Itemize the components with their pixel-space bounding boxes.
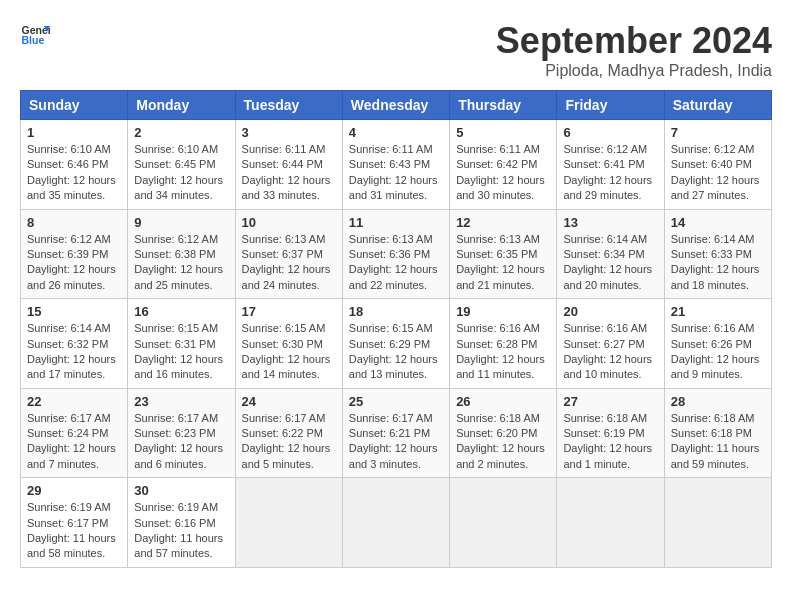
calendar-day-cell: 16Sunrise: 6:15 AM Sunset: 6:31 PM Dayli…: [128, 299, 235, 389]
day-info: Sunrise: 6:11 AM Sunset: 6:42 PM Dayligh…: [456, 142, 550, 204]
day-number: 4: [349, 125, 443, 140]
day-number: 11: [349, 215, 443, 230]
day-number: 10: [242, 215, 336, 230]
day-info: Sunrise: 6:13 AM Sunset: 6:36 PM Dayligh…: [349, 232, 443, 294]
logo-icon: General Blue: [20, 20, 50, 50]
day-info: Sunrise: 6:16 AM Sunset: 6:27 PM Dayligh…: [563, 321, 657, 383]
day-number: 20: [563, 304, 657, 319]
weekday-header-cell: Thursday: [450, 91, 557, 120]
calendar-day-cell: [557, 478, 664, 568]
day-info: Sunrise: 6:16 AM Sunset: 6:26 PM Dayligh…: [671, 321, 765, 383]
weekday-header-cell: Friday: [557, 91, 664, 120]
location: Piploda, Madhya Pradesh, India: [496, 62, 772, 80]
calendar-day-cell: 27Sunrise: 6:18 AM Sunset: 6:19 PM Dayli…: [557, 388, 664, 478]
day-number: 18: [349, 304, 443, 319]
day-number: 24: [242, 394, 336, 409]
day-info: Sunrise: 6:18 AM Sunset: 6:18 PM Dayligh…: [671, 411, 765, 473]
calendar-day-cell: 5Sunrise: 6:11 AM Sunset: 6:42 PM Daylig…: [450, 120, 557, 210]
calendar-day-cell: 23Sunrise: 6:17 AM Sunset: 6:23 PM Dayli…: [128, 388, 235, 478]
calendar-week-row: 15Sunrise: 6:14 AM Sunset: 6:32 PM Dayli…: [21, 299, 772, 389]
calendar-day-cell: 29Sunrise: 6:19 AM Sunset: 6:17 PM Dayli…: [21, 478, 128, 568]
calendar-day-cell: 19Sunrise: 6:16 AM Sunset: 6:28 PM Dayli…: [450, 299, 557, 389]
day-info: Sunrise: 6:18 AM Sunset: 6:20 PM Dayligh…: [456, 411, 550, 473]
day-info: Sunrise: 6:16 AM Sunset: 6:28 PM Dayligh…: [456, 321, 550, 383]
day-number: 27: [563, 394, 657, 409]
day-info: Sunrise: 6:18 AM Sunset: 6:19 PM Dayligh…: [563, 411, 657, 473]
day-info: Sunrise: 6:17 AM Sunset: 6:24 PM Dayligh…: [27, 411, 121, 473]
calendar-day-cell: 14Sunrise: 6:14 AM Sunset: 6:33 PM Dayli…: [664, 209, 771, 299]
day-number: 15: [27, 304, 121, 319]
day-number: 29: [27, 483, 121, 498]
day-info: Sunrise: 6:12 AM Sunset: 6:41 PM Dayligh…: [563, 142, 657, 204]
calendar-day-cell: 11Sunrise: 6:13 AM Sunset: 6:36 PM Dayli…: [342, 209, 449, 299]
month-title: September 2024: [496, 20, 772, 62]
calendar-day-cell: [235, 478, 342, 568]
calendar-day-cell: 24Sunrise: 6:17 AM Sunset: 6:22 PM Dayli…: [235, 388, 342, 478]
day-info: Sunrise: 6:19 AM Sunset: 6:17 PM Dayligh…: [27, 500, 121, 562]
calendar-day-cell: 26Sunrise: 6:18 AM Sunset: 6:20 PM Dayli…: [450, 388, 557, 478]
day-info: Sunrise: 6:14 AM Sunset: 6:34 PM Dayligh…: [563, 232, 657, 294]
calendar-day-cell: 12Sunrise: 6:13 AM Sunset: 6:35 PM Dayli…: [450, 209, 557, 299]
day-info: Sunrise: 6:15 AM Sunset: 6:29 PM Dayligh…: [349, 321, 443, 383]
day-info: Sunrise: 6:13 AM Sunset: 6:35 PM Dayligh…: [456, 232, 550, 294]
day-number: 7: [671, 125, 765, 140]
calendar-week-row: 1Sunrise: 6:10 AM Sunset: 6:46 PM Daylig…: [21, 120, 772, 210]
day-number: 12: [456, 215, 550, 230]
day-number: 16: [134, 304, 228, 319]
calendar-day-cell: 20Sunrise: 6:16 AM Sunset: 6:27 PM Dayli…: [557, 299, 664, 389]
day-number: 9: [134, 215, 228, 230]
logo: General Blue: [20, 20, 50, 50]
day-info: Sunrise: 6:11 AM Sunset: 6:44 PM Dayligh…: [242, 142, 336, 204]
calendar-day-cell: [342, 478, 449, 568]
calendar-day-cell: 6Sunrise: 6:12 AM Sunset: 6:41 PM Daylig…: [557, 120, 664, 210]
calendar-week-row: 29Sunrise: 6:19 AM Sunset: 6:17 PM Dayli…: [21, 478, 772, 568]
day-info: Sunrise: 6:19 AM Sunset: 6:16 PM Dayligh…: [134, 500, 228, 562]
day-info: Sunrise: 6:14 AM Sunset: 6:32 PM Dayligh…: [27, 321, 121, 383]
day-info: Sunrise: 6:12 AM Sunset: 6:39 PM Dayligh…: [27, 232, 121, 294]
day-info: Sunrise: 6:10 AM Sunset: 6:45 PM Dayligh…: [134, 142, 228, 204]
calendar-day-cell: 1Sunrise: 6:10 AM Sunset: 6:46 PM Daylig…: [21, 120, 128, 210]
calendar-day-cell: 30Sunrise: 6:19 AM Sunset: 6:16 PM Dayli…: [128, 478, 235, 568]
calendar-day-cell: 8Sunrise: 6:12 AM Sunset: 6:39 PM Daylig…: [21, 209, 128, 299]
day-info: Sunrise: 6:12 AM Sunset: 6:38 PM Dayligh…: [134, 232, 228, 294]
calendar-day-cell: 22Sunrise: 6:17 AM Sunset: 6:24 PM Dayli…: [21, 388, 128, 478]
calendar-table: SundayMondayTuesdayWednesdayThursdayFrid…: [20, 90, 772, 568]
day-number: 21: [671, 304, 765, 319]
day-number: 6: [563, 125, 657, 140]
day-info: Sunrise: 6:13 AM Sunset: 6:37 PM Dayligh…: [242, 232, 336, 294]
day-number: 30: [134, 483, 228, 498]
title-block: September 2024 Piploda, Madhya Pradesh, …: [496, 20, 772, 80]
calendar-day-cell: 18Sunrise: 6:15 AM Sunset: 6:29 PM Dayli…: [342, 299, 449, 389]
day-info: Sunrise: 6:15 AM Sunset: 6:31 PM Dayligh…: [134, 321, 228, 383]
day-number: 25: [349, 394, 443, 409]
calendar-day-cell: 2Sunrise: 6:10 AM Sunset: 6:45 PM Daylig…: [128, 120, 235, 210]
day-number: 28: [671, 394, 765, 409]
svg-text:Blue: Blue: [22, 34, 45, 46]
calendar-day-cell: 17Sunrise: 6:15 AM Sunset: 6:30 PM Dayli…: [235, 299, 342, 389]
calendar-week-row: 22Sunrise: 6:17 AM Sunset: 6:24 PM Dayli…: [21, 388, 772, 478]
calendar-day-cell: [450, 478, 557, 568]
calendar-day-cell: 25Sunrise: 6:17 AM Sunset: 6:21 PM Dayli…: [342, 388, 449, 478]
weekday-header-cell: Sunday: [21, 91, 128, 120]
day-number: 23: [134, 394, 228, 409]
day-info: Sunrise: 6:14 AM Sunset: 6:33 PM Dayligh…: [671, 232, 765, 294]
day-number: 5: [456, 125, 550, 140]
calendar-day-cell: 10Sunrise: 6:13 AM Sunset: 6:37 PM Dayli…: [235, 209, 342, 299]
weekday-header-cell: Saturday: [664, 91, 771, 120]
calendar-day-cell: 9Sunrise: 6:12 AM Sunset: 6:38 PM Daylig…: [128, 209, 235, 299]
day-number: 22: [27, 394, 121, 409]
day-number: 1: [27, 125, 121, 140]
weekday-header-cell: Wednesday: [342, 91, 449, 120]
day-info: Sunrise: 6:12 AM Sunset: 6:40 PM Dayligh…: [671, 142, 765, 204]
calendar-day-cell: 3Sunrise: 6:11 AM Sunset: 6:44 PM Daylig…: [235, 120, 342, 210]
day-number: 26: [456, 394, 550, 409]
calendar-day-cell: 13Sunrise: 6:14 AM Sunset: 6:34 PM Dayli…: [557, 209, 664, 299]
calendar-day-cell: 15Sunrise: 6:14 AM Sunset: 6:32 PM Dayli…: [21, 299, 128, 389]
calendar-day-cell: 4Sunrise: 6:11 AM Sunset: 6:43 PM Daylig…: [342, 120, 449, 210]
calendar-week-row: 8Sunrise: 6:12 AM Sunset: 6:39 PM Daylig…: [21, 209, 772, 299]
day-number: 14: [671, 215, 765, 230]
day-info: Sunrise: 6:11 AM Sunset: 6:43 PM Dayligh…: [349, 142, 443, 204]
calendar-day-cell: 21Sunrise: 6:16 AM Sunset: 6:26 PM Dayli…: [664, 299, 771, 389]
calendar-day-cell: [664, 478, 771, 568]
day-info: Sunrise: 6:17 AM Sunset: 6:22 PM Dayligh…: [242, 411, 336, 473]
